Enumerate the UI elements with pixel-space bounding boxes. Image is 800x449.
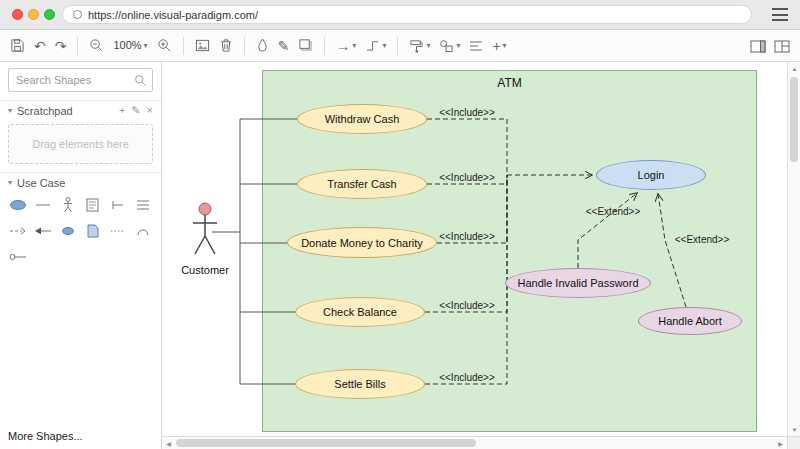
paint-format-icon[interactable]: ▾	[409, 39, 430, 53]
fill-color-icon[interactable]	[256, 38, 269, 53]
shape-library-icon[interactable]: ▾	[439, 39, 460, 53]
generalization-arrow-shape-icon[interactable]	[31, 222, 56, 240]
actor-customer[interactable]: Customer	[192, 202, 218, 280]
search-icon[interactable]	[134, 73, 147, 91]
connector-style-icon[interactable]: ▾	[365, 39, 386, 52]
include-connector[interactable]	[427, 119, 507, 175]
actor-label: Customer	[172, 264, 238, 276]
toolbar: ↶ ↷ 100% ▾ ✎ →▾ ▾	[0, 30, 800, 62]
small-oval-shape-icon[interactable]	[56, 222, 81, 240]
shape-search	[8, 68, 153, 92]
usecase-settle-bills[interactable]: Settle Bills	[295, 369, 425, 399]
scratchpad-edit-icon[interactable]: ✎	[131, 104, 140, 117]
scratchpad-add-icon[interactable]: +	[119, 104, 125, 117]
add-shape-icon[interactable]: +▾	[492, 39, 506, 53]
dashed-arrow-shape-icon[interactable]	[6, 222, 31, 240]
chevron-down-icon: ▾	[352, 42, 356, 50]
browser-chrome: https://online.visual-paradigm.com/	[0, 0, 800, 30]
include-label[interactable]: <<Include>>	[435, 372, 499, 383]
usecase-handle-invalid-password[interactable]: Handle Invalid Password	[505, 268, 651, 298]
note-shape-icon[interactable]	[81, 196, 106, 214]
scroll-right-icon[interactable]: ▶	[774, 437, 787, 449]
list-shape-icon[interactable]	[130, 196, 155, 214]
toolbar-separator	[244, 37, 245, 55]
scrollbar-corner	[787, 436, 800, 449]
browser-window: https://online.visual-paradigm.com/ ↶ ↷ …	[0, 0, 800, 449]
more-shapes-link[interactable]: More Shapes...	[8, 430, 83, 442]
site-info-icon[interactable]	[73, 10, 82, 19]
scroll-left-icon[interactable]: ◀	[162, 437, 175, 449]
scratchpad-dropzone[interactable]: Drag elements here	[8, 124, 153, 164]
dotted-line-shape-icon[interactable]	[105, 222, 130, 240]
align-icon[interactable]	[469, 40, 483, 52]
chevron-down-icon: ▾	[426, 42, 430, 50]
format-panel-icon[interactable]	[750, 40, 766, 53]
chevron-down-icon: ▾	[144, 42, 148, 50]
usecase-login[interactable]: Login	[596, 160, 706, 190]
zoom-out-icon[interactable]	[89, 38, 104, 53]
scratchpad-title: Scratchpad	[17, 105, 73, 117]
url-bar[interactable]: https://online.visual-paradigm.com/	[62, 5, 752, 24]
usecase-check-balance[interactable]: Check Balance	[295, 297, 425, 327]
arrow-style-icon[interactable]: →▾	[336, 39, 356, 53]
include-label[interactable]: <<Include>>	[435, 300, 499, 311]
line-style-icon[interactable]: ✎	[278, 39, 290, 53]
include-connectors[interactable]	[425, 119, 592, 384]
window-zoom-icon[interactable]	[44, 9, 55, 20]
line-shape-icon[interactable]	[31, 196, 56, 214]
horizontal-scroll-thumb[interactable]	[176, 439, 476, 447]
chevron-down-icon: ▾	[8, 178, 12, 187]
arc-shape-icon[interactable]	[130, 222, 155, 240]
layers-panel-icon[interactable]	[774, 40, 790, 53]
chevron-down-icon: ▾	[382, 42, 386, 50]
zoom-level-dropdown[interactable]: 100% ▾	[113, 40, 147, 51]
horizontal-scrollbar[interactable]: ◀ ▶	[162, 436, 787, 449]
usecase-oval-shape-icon[interactable]	[6, 196, 31, 214]
use-case-section-header[interactable]: ▾ Use Case	[0, 172, 161, 192]
extend-label[interactable]: <<Extend>>	[578, 206, 648, 217]
undo-icon[interactable]: ↶	[34, 39, 46, 53]
usecase-donate-money[interactable]: Donate Money to Charity	[287, 227, 437, 258]
menu-icon[interactable]	[772, 8, 788, 21]
diagram-canvas[interactable]: ATM	[162, 62, 800, 449]
vertical-scroll-thumb[interactable]	[790, 77, 798, 162]
shape-style-icon[interactable]	[298, 38, 313, 53]
toolbar-separator	[183, 37, 184, 55]
usecase-transfer-cash[interactable]: Transfer Cash	[297, 169, 427, 199]
window-minimize-icon[interactable]	[28, 9, 39, 20]
shape-palette	[6, 196, 155, 266]
toolbar-separator	[397, 37, 398, 55]
redo-icon[interactable]: ↷	[55, 39, 67, 53]
window-close-icon[interactable]	[12, 9, 23, 20]
association-shape-icon[interactable]	[6, 248, 31, 266]
delete-icon[interactable]	[219, 38, 233, 53]
shapes-sidebar: ▾ Scratchpad + ✎ × Drag elements here ▾ …	[0, 62, 162, 449]
include-label[interactable]: <<Include>>	[435, 172, 499, 183]
panel-toggles	[750, 30, 790, 62]
scratchpad-header[interactable]: ▾ Scratchpad + ✎ ×	[0, 100, 161, 120]
extend-label[interactable]: <<Extend>>	[670, 234, 734, 245]
usecase-handle-abort[interactable]: Handle Abort	[638, 307, 742, 335]
save-icon[interactable]	[10, 38, 25, 53]
include-label[interactable]: <<Include>>	[435, 231, 499, 242]
include-label[interactable]: <<Include>>	[435, 107, 499, 118]
constraint-shape-icon[interactable]	[105, 196, 130, 214]
toolbar-separator	[77, 37, 78, 55]
scratchpad-tools: + ✎ ×	[119, 104, 153, 117]
include-connector[interactable]	[425, 175, 507, 384]
document-shape-icon[interactable]	[81, 222, 106, 240]
toolbar-separator	[324, 37, 325, 55]
zoom-in-icon[interactable]	[157, 38, 172, 53]
vertical-scrollbar[interactable]: ▲ ▼	[787, 62, 800, 436]
actor-association-lines[interactable]	[212, 119, 297, 384]
chevron-down-icon: ▾	[8, 106, 12, 115]
scroll-up-icon[interactable]: ▲	[788, 62, 800, 75]
scroll-down-icon[interactable]: ▼	[788, 423, 800, 436]
scratchpad-close-icon[interactable]: ×	[147, 104, 153, 117]
insert-image-icon[interactable]	[195, 38, 210, 53]
extend-connector[interactable]	[658, 194, 686, 307]
search-input[interactable]	[8, 68, 153, 92]
usecase-withdraw-cash[interactable]: Withdraw Cash	[297, 104, 427, 134]
extend-connector[interactable]	[578, 193, 637, 268]
actor-shape-icon[interactable]	[56, 196, 81, 214]
